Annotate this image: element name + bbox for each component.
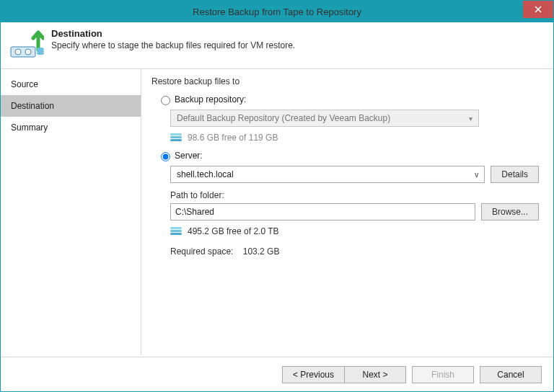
next-button[interactable]: Next > (344, 366, 406, 383)
path-label: Path to folder: (170, 190, 539, 200)
cancel-button[interactable]: Cancel (480, 366, 542, 383)
section-title: Restore backup files to (151, 76, 539, 86)
radio-server[interactable] (161, 152, 170, 161)
svg-rect-2 (11, 47, 35, 57)
label-server: Server: (175, 151, 203, 161)
required-space-label: Required space: (170, 246, 233, 257)
tape-restore-icon (9, 28, 44, 58)
backup-repository-value: Default Backup Repository (Created by Ve… (177, 113, 390, 123)
details-button[interactable]: Details (491, 166, 539, 183)
path-input[interactable] (170, 203, 475, 220)
backup-repository-free-text: 98.6 GB free of 119 GB (188, 133, 278, 143)
sidebar-item-summary[interactable]: Summary (1, 117, 141, 138)
option-server[interactable]: Server: (157, 150, 539, 161)
window-title: Restore Backup from Tape to Repository (193, 6, 361, 17)
svg-point-3 (15, 49, 21, 55)
header-title: Destination (51, 28, 295, 39)
finish-button: Finish (412, 366, 474, 383)
wizard-window: Restore Backup from Tape to Repository D… (0, 0, 554, 392)
wizard-steps-sidebar: Source Destination Summary (1, 69, 141, 355)
server-free-text: 495.2 GB free of 2.0 TB (188, 226, 279, 236)
header-subtitle: Specify where to stage the backup files … (51, 40, 295, 50)
wizard-header: Destination Specify where to stage the b… (1, 22, 553, 68)
server-value: shell.tech.local (177, 169, 234, 179)
wizard-body: Source Destination Summary Restore backu… (1, 69, 553, 355)
radio-backup-repository[interactable] (161, 96, 170, 105)
backup-repository-dropdown: Default Backup Repository (Created by Ve… (170, 110, 479, 127)
content-pane: Restore backup files to Backup repositor… (141, 69, 553, 355)
option-backup-repository[interactable]: Backup repository: (157, 94, 539, 105)
svg-point-7 (37, 48, 44, 50)
disk-stack-icon (170, 133, 182, 142)
server-dropdown[interactable]: shell.tech.local v (170, 166, 485, 183)
close-icon (535, 6, 542, 13)
chevron-down-icon: v (475, 171, 478, 179)
close-button[interactable] (523, 1, 553, 18)
server-free-space: 495.2 GB free of 2.0 TB (170, 226, 539, 236)
previous-button[interactable]: < Previous (282, 366, 344, 383)
disk-stack-icon (170, 227, 182, 236)
titlebar[interactable]: Restore Backup from Tape to Repository (1, 1, 553, 22)
required-space-row: Required space: 103.2 GB (170, 246, 539, 257)
browse-button[interactable]: Browse... (481, 203, 539, 220)
backup-repository-free-space: 98.6 GB free of 119 GB (170, 133, 539, 143)
sidebar-item-destination[interactable]: Destination (1, 95, 141, 117)
chevron-down-icon: ▾ (469, 115, 472, 122)
wizard-footer: < Previous Next > Finish Cancel (1, 357, 553, 391)
label-backup-repository: Backup repository: (175, 94, 246, 104)
sidebar-item-source[interactable]: Source (1, 74, 141, 95)
required-space-value: 103.2 GB (243, 246, 280, 257)
svg-point-4 (25, 49, 31, 55)
